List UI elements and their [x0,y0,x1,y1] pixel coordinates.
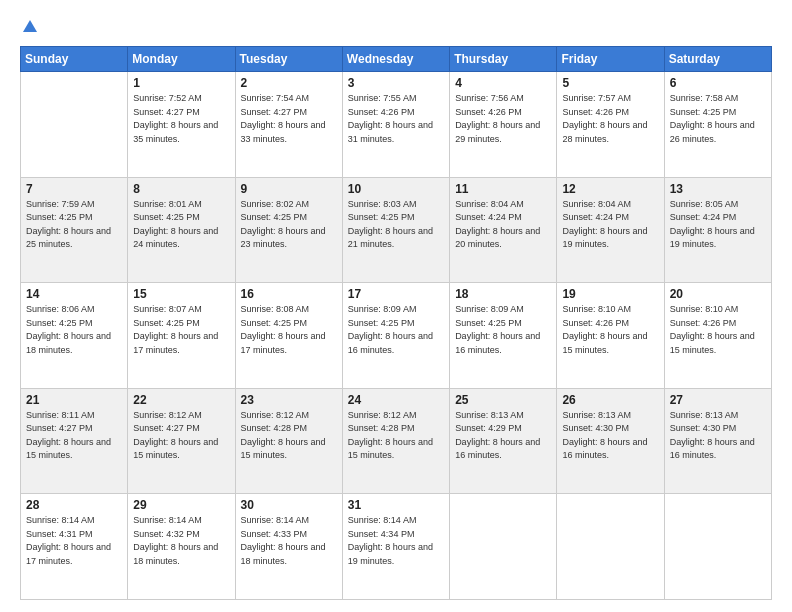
calendar-week-row: 7Sunrise: 7:59 AMSunset: 4:25 PMDaylight… [21,177,772,283]
calendar-cell: 14Sunrise: 8:06 AMSunset: 4:25 PMDayligh… [21,283,128,389]
day-info: Sunrise: 7:59 AMSunset: 4:25 PMDaylight:… [26,198,122,252]
calendar-cell [450,494,557,600]
day-info: Sunrise: 8:12 AMSunset: 4:28 PMDaylight:… [348,409,444,463]
calendar-cell: 22Sunrise: 8:12 AMSunset: 4:27 PMDayligh… [128,388,235,494]
day-info: Sunrise: 8:06 AMSunset: 4:25 PMDaylight:… [26,303,122,357]
day-info: Sunrise: 7:54 AMSunset: 4:27 PMDaylight:… [241,92,337,146]
day-number: 13 [670,182,766,196]
calendar-cell: 2Sunrise: 7:54 AMSunset: 4:27 PMDaylight… [235,72,342,178]
day-info: Sunrise: 8:01 AMSunset: 4:25 PMDaylight:… [133,198,229,252]
day-number: 7 [26,182,122,196]
day-number: 26 [562,393,658,407]
day-info: Sunrise: 8:02 AMSunset: 4:25 PMDaylight:… [241,198,337,252]
day-number: 17 [348,287,444,301]
calendar-week-row: 14Sunrise: 8:06 AMSunset: 4:25 PMDayligh… [21,283,772,389]
calendar-cell: 25Sunrise: 8:13 AMSunset: 4:29 PMDayligh… [450,388,557,494]
day-info: Sunrise: 8:14 AMSunset: 4:33 PMDaylight:… [241,514,337,568]
weekday-header-wednesday: Wednesday [342,47,449,72]
calendar-cell: 11Sunrise: 8:04 AMSunset: 4:24 PMDayligh… [450,177,557,283]
day-number: 11 [455,182,551,196]
day-info: Sunrise: 7:58 AMSunset: 4:25 PMDaylight:… [670,92,766,146]
calendar-cell: 17Sunrise: 8:09 AMSunset: 4:25 PMDayligh… [342,283,449,389]
logo-icon [21,18,39,36]
day-number: 9 [241,182,337,196]
day-number: 29 [133,498,229,512]
calendar-cell: 21Sunrise: 8:11 AMSunset: 4:27 PMDayligh… [21,388,128,494]
day-info: Sunrise: 8:10 AMSunset: 4:26 PMDaylight:… [670,303,766,357]
calendar-cell: 26Sunrise: 8:13 AMSunset: 4:30 PMDayligh… [557,388,664,494]
page: SundayMondayTuesdayWednesdayThursdayFrid… [0,0,792,612]
calendar-cell: 23Sunrise: 8:12 AMSunset: 4:28 PMDayligh… [235,388,342,494]
logo [20,18,40,36]
day-number: 18 [455,287,551,301]
day-number: 22 [133,393,229,407]
calendar-cell: 12Sunrise: 8:04 AMSunset: 4:24 PMDayligh… [557,177,664,283]
day-info: Sunrise: 7:56 AMSunset: 4:26 PMDaylight:… [455,92,551,146]
day-info: Sunrise: 8:13 AMSunset: 4:30 PMDaylight:… [562,409,658,463]
day-info: Sunrise: 8:04 AMSunset: 4:24 PMDaylight:… [562,198,658,252]
day-info: Sunrise: 8:05 AMSunset: 4:24 PMDaylight:… [670,198,766,252]
day-info: Sunrise: 7:57 AMSunset: 4:26 PMDaylight:… [562,92,658,146]
day-number: 2 [241,76,337,90]
calendar-cell: 9Sunrise: 8:02 AMSunset: 4:25 PMDaylight… [235,177,342,283]
day-info: Sunrise: 8:14 AMSunset: 4:31 PMDaylight:… [26,514,122,568]
header [20,18,772,36]
day-number: 20 [670,287,766,301]
day-info: Sunrise: 8:10 AMSunset: 4:26 PMDaylight:… [562,303,658,357]
day-number: 25 [455,393,551,407]
day-info: Sunrise: 8:12 AMSunset: 4:28 PMDaylight:… [241,409,337,463]
day-number: 30 [241,498,337,512]
day-info: Sunrise: 8:14 AMSunset: 4:34 PMDaylight:… [348,514,444,568]
day-number: 5 [562,76,658,90]
day-number: 16 [241,287,337,301]
calendar-cell: 20Sunrise: 8:10 AMSunset: 4:26 PMDayligh… [664,283,771,389]
calendar-week-row: 1Sunrise: 7:52 AMSunset: 4:27 PMDaylight… [21,72,772,178]
day-number: 10 [348,182,444,196]
day-info: Sunrise: 8:08 AMSunset: 4:25 PMDaylight:… [241,303,337,357]
day-info: Sunrise: 8:13 AMSunset: 4:29 PMDaylight:… [455,409,551,463]
calendar-cell: 24Sunrise: 8:12 AMSunset: 4:28 PMDayligh… [342,388,449,494]
calendar-cell: 13Sunrise: 8:05 AMSunset: 4:24 PMDayligh… [664,177,771,283]
weekday-header-thursday: Thursday [450,47,557,72]
day-info: Sunrise: 8:03 AMSunset: 4:25 PMDaylight:… [348,198,444,252]
day-number: 3 [348,76,444,90]
calendar-cell: 1Sunrise: 7:52 AMSunset: 4:27 PMDaylight… [128,72,235,178]
calendar-week-row: 28Sunrise: 8:14 AMSunset: 4:31 PMDayligh… [21,494,772,600]
day-number: 23 [241,393,337,407]
calendar-cell: 27Sunrise: 8:13 AMSunset: 4:30 PMDayligh… [664,388,771,494]
day-number: 28 [26,498,122,512]
weekday-header-saturday: Saturday [664,47,771,72]
day-info: Sunrise: 8:04 AMSunset: 4:24 PMDaylight:… [455,198,551,252]
weekday-header-tuesday: Tuesday [235,47,342,72]
day-number: 19 [562,287,658,301]
day-number: 12 [562,182,658,196]
calendar-cell: 31Sunrise: 8:14 AMSunset: 4:34 PMDayligh… [342,494,449,600]
calendar-cell: 4Sunrise: 7:56 AMSunset: 4:26 PMDaylight… [450,72,557,178]
calendar-cell: 15Sunrise: 8:07 AMSunset: 4:25 PMDayligh… [128,283,235,389]
calendar-cell [664,494,771,600]
weekday-header-sunday: Sunday [21,47,128,72]
day-info: Sunrise: 8:11 AMSunset: 4:27 PMDaylight:… [26,409,122,463]
day-info: Sunrise: 8:13 AMSunset: 4:30 PMDaylight:… [670,409,766,463]
weekday-header-row: SundayMondayTuesdayWednesdayThursdayFrid… [21,47,772,72]
day-number: 8 [133,182,229,196]
day-info: Sunrise: 8:09 AMSunset: 4:25 PMDaylight:… [348,303,444,357]
calendar-cell: 16Sunrise: 8:08 AMSunset: 4:25 PMDayligh… [235,283,342,389]
calendar-cell: 8Sunrise: 8:01 AMSunset: 4:25 PMDaylight… [128,177,235,283]
day-number: 21 [26,393,122,407]
calendar-cell: 18Sunrise: 8:09 AMSunset: 4:25 PMDayligh… [450,283,557,389]
day-number: 1 [133,76,229,90]
calendar-cell: 19Sunrise: 8:10 AMSunset: 4:26 PMDayligh… [557,283,664,389]
day-number: 27 [670,393,766,407]
calendar-cell [21,72,128,178]
day-info: Sunrise: 7:52 AMSunset: 4:27 PMDaylight:… [133,92,229,146]
day-info: Sunrise: 8:07 AMSunset: 4:25 PMDaylight:… [133,303,229,357]
calendar-cell: 5Sunrise: 7:57 AMSunset: 4:26 PMDaylight… [557,72,664,178]
day-number: 14 [26,287,122,301]
svg-marker-0 [23,20,37,32]
calendar-cell: 28Sunrise: 8:14 AMSunset: 4:31 PMDayligh… [21,494,128,600]
day-info: Sunrise: 8:12 AMSunset: 4:27 PMDaylight:… [133,409,229,463]
day-number: 15 [133,287,229,301]
calendar-cell [557,494,664,600]
day-info: Sunrise: 8:14 AMSunset: 4:32 PMDaylight:… [133,514,229,568]
